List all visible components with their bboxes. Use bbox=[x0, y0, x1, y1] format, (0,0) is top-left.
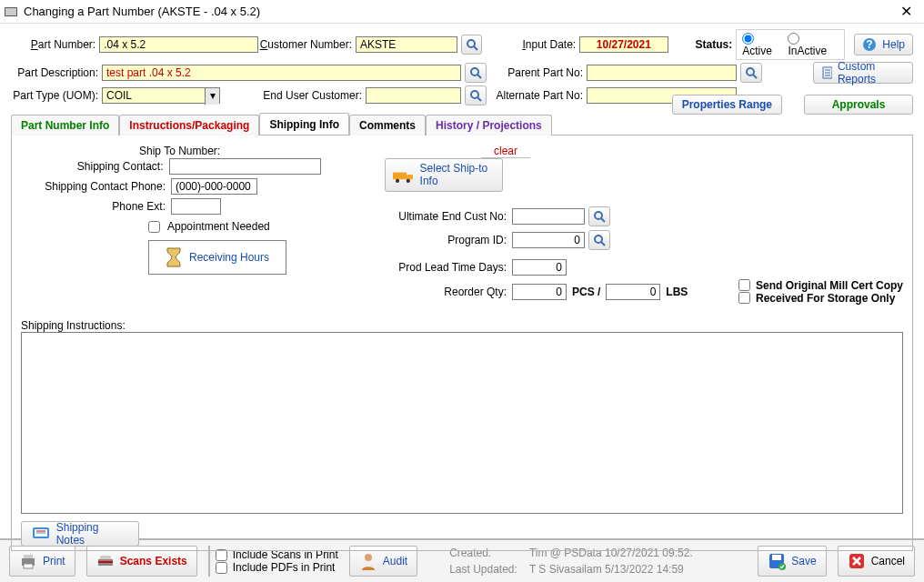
status-inactive-label: InActive bbox=[788, 45, 827, 57]
select-ship-to-button[interactable]: Select Ship-to Info bbox=[385, 158, 503, 191]
shipping-contact-field[interactable] bbox=[169, 158, 321, 175]
svg-point-6 bbox=[471, 68, 478, 75]
ult-end-cust-lookup-button[interactable] bbox=[588, 206, 610, 226]
person-icon bbox=[359, 552, 377, 570]
appointment-label: Appointment Needed bbox=[167, 220, 270, 233]
svg-line-21 bbox=[601, 218, 605, 222]
shipping-notes-label: Shipping Notes bbox=[56, 521, 129, 547]
part-desc-label: Part Description: bbox=[11, 66, 102, 79]
customer-number-lookup-button[interactable] bbox=[461, 35, 482, 55]
end-user-cust-lookup-button[interactable] bbox=[465, 85, 487, 105]
svg-line-23 bbox=[601, 242, 605, 246]
status-inactive-radio[interactable]: InActive bbox=[788, 32, 839, 57]
svg-text:?: ? bbox=[867, 38, 873, 51]
program-id-field[interactable] bbox=[512, 232, 585, 248]
save-icon bbox=[768, 552, 786, 570]
titlebar: Changing a Part Number (AKSTE - .04 x 5.… bbox=[0, 0, 924, 24]
ship-to-number-label: Ship To Number: bbox=[139, 145, 220, 158]
status-radio-group: Active InActive bbox=[736, 29, 845, 60]
svg-rect-1 bbox=[5, 8, 16, 15]
reorder-qty2-field[interactable] bbox=[606, 284, 660, 300]
reorder-qty-label: Reorder Qty: bbox=[339, 286, 512, 298]
save-label: Save bbox=[791, 555, 816, 567]
input-date-field[interactable]: 10/27/2021 bbox=[579, 36, 668, 53]
part-desc-lookup-button[interactable] bbox=[465, 63, 487, 83]
chevron-down-icon: ▾ bbox=[205, 88, 219, 105]
properties-range-button[interactable]: Properties Range bbox=[672, 95, 782, 115]
scans-exists-label: Scans Exists bbox=[120, 555, 187, 567]
ult-end-cust-label: Ultimate End Cust No: bbox=[339, 210, 512, 223]
reorder-qty-field[interactable] bbox=[512, 284, 567, 300]
audit-label: Audit bbox=[383, 555, 407, 567]
shipping-notes-button[interactable]: Shipping Notes bbox=[21, 521, 139, 547]
updated-value: T S Sivasailam 5/13/2022 14:59 bbox=[528, 562, 702, 577]
svg-point-18 bbox=[396, 178, 399, 182]
tab-bar: Part Number Info Instructions/Packaging … bbox=[11, 113, 913, 135]
shipping-contact-phone-label: Shipping Contact Phone: bbox=[21, 180, 171, 193]
svg-point-8 bbox=[747, 68, 754, 75]
approvals-button[interactable]: Approvals bbox=[804, 95, 913, 115]
appointment-needed-checkbox[interactable]: Appointment Needed bbox=[148, 220, 321, 233]
svg-rect-29 bbox=[24, 555, 33, 558]
input-date-label: Input Date: bbox=[482, 38, 579, 51]
phone-ext-label: Phone Ext: bbox=[21, 200, 171, 213]
svg-line-15 bbox=[477, 97, 481, 101]
include-pdfs-checkbox[interactable]: Include PDFs in Print bbox=[216, 561, 338, 574]
tab-comments[interactable]: Comments bbox=[349, 115, 426, 135]
part-desc-field[interactable]: test part .04 x 5.2 bbox=[102, 65, 461, 81]
svg-rect-32 bbox=[100, 556, 111, 559]
customer-number-label: Customer Number: bbox=[258, 38, 356, 51]
parent-part-lookup-button[interactable] bbox=[740, 63, 762, 83]
end-user-cust-field[interactable] bbox=[366, 87, 461, 104]
part-type-value: COIL bbox=[106, 89, 132, 102]
shipping-contact-phone-field[interactable] bbox=[171, 178, 257, 195]
select-ship-to-label: Select Ship-to Info bbox=[420, 163, 495, 186]
print-label: Print bbox=[43, 555, 65, 567]
receiving-hours-button[interactable]: Receiving Hours bbox=[148, 240, 286, 275]
program-id-lookup-button[interactable] bbox=[588, 230, 610, 250]
status-label: Status: bbox=[696, 38, 737, 51]
part-type-combo[interactable]: COIL ▾ bbox=[102, 87, 220, 104]
received-storage-checkbox[interactable]: Received For Storage Only bbox=[738, 292, 895, 305]
svg-point-22 bbox=[595, 236, 602, 243]
window-title: Changing a Part Number (AKSTE - .04 x 5.… bbox=[24, 5, 895, 18]
clear-button[interactable]: clear bbox=[481, 145, 530, 158]
status-active-radio[interactable]: Active bbox=[742, 32, 784, 57]
cancel-icon bbox=[848, 552, 866, 570]
phone-ext-field[interactable] bbox=[171, 198, 221, 215]
svg-point-20 bbox=[595, 212, 602, 219]
tab-history-projections[interactable]: History / Projections bbox=[426, 115, 552, 135]
parent-part-field[interactable] bbox=[587, 65, 737, 81]
svg-line-9 bbox=[753, 75, 757, 78]
tab-shipping-info[interactable]: Shipping Info bbox=[259, 113, 349, 135]
send-mill-cert-checkbox[interactable]: Send Original Mill Cert Copy bbox=[738, 279, 903, 292]
custom-reports-button[interactable]: Custom Reports bbox=[813, 62, 913, 84]
close-icon[interactable]: ✕ bbox=[895, 3, 917, 20]
tab-instructions-packaging[interactable]: Instructions/Packaging bbox=[119, 115, 259, 135]
svg-rect-16 bbox=[393, 172, 407, 179]
shipping-info-panel: Ship To Number: clear Shipping Contact: … bbox=[11, 135, 913, 551]
svg-point-14 bbox=[471, 91, 478, 98]
pcs-label: PCS / bbox=[567, 286, 606, 298]
help-button[interactable]: ? Help bbox=[854, 34, 913, 55]
updated-label: Last Updated: bbox=[448, 562, 527, 577]
receiving-hours-label: Receiving Hours bbox=[189, 251, 269, 264]
app-icon bbox=[4, 5, 18, 19]
customer-number-field[interactable]: AKSTE bbox=[356, 36, 457, 53]
shipping-instructions-label: Shipping Instructions: bbox=[21, 319, 903, 332]
help-label: Help bbox=[882, 38, 905, 51]
program-id-label: Program ID: bbox=[339, 234, 512, 246]
prod-lead-field[interactable] bbox=[512, 259, 567, 276]
tab-part-number-info[interactable]: Part Number Info bbox=[11, 115, 119, 135]
svg-rect-36 bbox=[772, 555, 781, 560]
part-number-field[interactable]: .04 x 5.2 bbox=[99, 36, 258, 53]
include-pdfs-label: Include PDFs in Print bbox=[233, 561, 336, 574]
svg-rect-30 bbox=[24, 564, 33, 568]
svg-line-3 bbox=[474, 46, 477, 50]
ult-end-cust-field[interactable] bbox=[512, 208, 585, 225]
svg-point-2 bbox=[467, 40, 475, 47]
parent-part-label: Parent Part No: bbox=[487, 66, 587, 79]
svg-rect-17 bbox=[407, 175, 413, 179]
shipping-instructions-textarea[interactable] bbox=[21, 332, 903, 514]
cancel-label: Cancel bbox=[871, 555, 905, 567]
